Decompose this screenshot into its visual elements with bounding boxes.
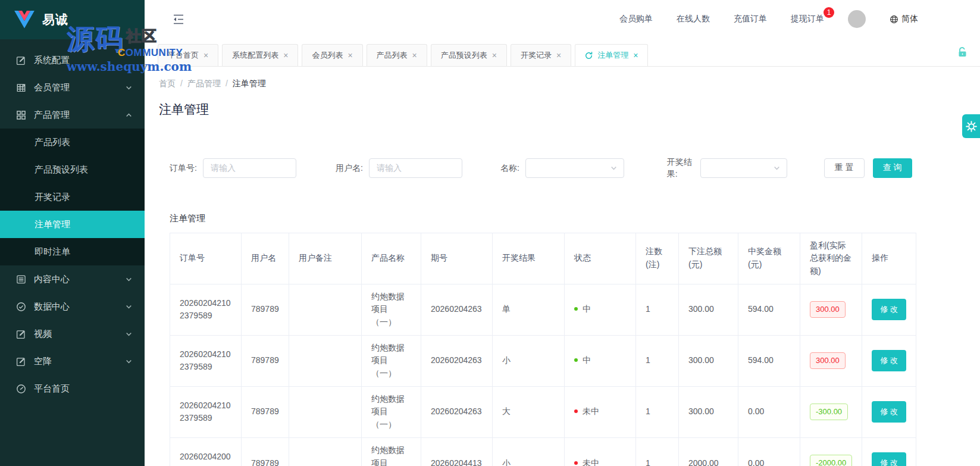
user-avatar[interactable] (848, 10, 866, 28)
table-section-title: 注单管理 (170, 213, 966, 224)
edit-icon (15, 356, 26, 367)
cell-issue: 20260204413 (421, 437, 493, 466)
cell-username: 789789 (242, 386, 289, 437)
cell-win-amount: 0.00 (738, 386, 800, 437)
topbar-link[interactable]: 提现订单1 (791, 14, 824, 24)
topbar-link[interactable]: 会员购单 (619, 14, 653, 24)
status-dot (574, 461, 578, 465)
chevron-down-icon (773, 164, 781, 172)
name-select[interactable] (525, 158, 624, 178)
sidebar-item[interactable]: 内容中心 (0, 265, 145, 293)
cell-remark (289, 437, 362, 466)
column-header: 中奖金额(元) (738, 233, 800, 284)
sidebar-item[interactable]: 空降 (0, 348, 145, 375)
sidebar: 易诚 系统配置会员管理产品管理产品列表产品预设列表开奖记录注单管理即时注单内容中… (0, 0, 145, 466)
username-input[interactable] (369, 158, 462, 178)
chevron-down-icon (125, 303, 133, 311)
sidebar-item[interactable]: 视频 (0, 320, 145, 348)
profit-badge: 300.00 (810, 352, 846, 369)
table-icon (15, 82, 26, 93)
edit-button[interactable]: 修 改 (872, 350, 906, 371)
sidebar-submenu: 产品列表产品预设列表开奖记录注单管理即时注单 (0, 129, 145, 265)
cell-status: 中 (565, 335, 636, 386)
sidebar-subitem[interactable]: 即时注单 (0, 238, 145, 265)
sidebar-subitem[interactable]: 产品预设列表 (0, 156, 145, 183)
cell-profit: -300.00 (800, 386, 862, 437)
column-header: 盈利(实际总获利的金额) (800, 233, 862, 284)
cell-bets: 1 (636, 386, 679, 437)
unlock-icon[interactable] (958, 47, 972, 57)
filter-name: 名称: (500, 158, 624, 178)
edit-button[interactable]: 修 改 (872, 299, 906, 320)
cell-win-amount: 0.00 (738, 437, 800, 466)
tab-item[interactable]: 产品预设列表× (431, 44, 507, 66)
sidebar-item[interactable]: 系统配置 (0, 46, 145, 74)
chevron-down-icon (125, 276, 133, 283)
close-icon[interactable]: × (412, 51, 417, 60)
settings-panel-button[interactable] (962, 114, 980, 138)
cell-bets: 1 (636, 437, 679, 466)
order-no-input[interactable] (203, 158, 296, 178)
cell-win-amount: 594.00 (738, 335, 800, 386)
close-icon[interactable]: × (633, 51, 638, 60)
search-button[interactable]: 查 询 (873, 158, 912, 178)
close-icon[interactable]: × (283, 51, 288, 60)
sidebar-item[interactable]: 平台首页 (0, 375, 145, 402)
sidebar-subitem[interactable]: 产品列表 (0, 129, 145, 156)
language-switcher[interactable]: 简体 (890, 14, 918, 24)
close-icon[interactable]: × (492, 51, 497, 60)
edit-button[interactable]: 修 改 (872, 452, 906, 466)
cell-action: 修 改 (862, 386, 916, 437)
filter-order-no: 订单号: (170, 158, 296, 178)
sidebar-subitem[interactable]: 开奖记录 (0, 183, 145, 211)
tab-item[interactable]: 系统配置列表× (222, 44, 298, 66)
sidebar-item[interactable]: 产品管理 (0, 101, 145, 129)
profit-badge: 300.00 (810, 301, 846, 318)
brand-logo-icon (14, 11, 35, 29)
refresh-icon[interactable] (585, 52, 593, 60)
app-window: 易诚 系统配置会员管理产品管理产品列表产品预设列表开奖记录注单管理即时注单内容中… (0, 0, 980, 466)
close-icon[interactable]: × (203, 51, 208, 60)
reset-button[interactable]: 重 置 (824, 158, 865, 178)
sidebar-menu: 系统配置会员管理产品管理产品列表产品预设列表开奖记录注单管理即时注单内容中心数据… (0, 39, 145, 466)
cell-issue: 20260204263 (421, 335, 493, 386)
sidebar-collapse-icon[interactable] (172, 14, 185, 25)
tab-item[interactable]: 注单管理× (575, 44, 648, 66)
edit-icon (15, 329, 26, 339)
topbar-items: 会员购单在线人数充值订单提现订单1简体 (619, 10, 918, 28)
edit-button[interactable]: 修 改 (872, 401, 906, 423)
cell-bet-total: 300.00 (679, 284, 738, 335)
breadcrumb-item[interactable]: 首页 (159, 79, 176, 88)
filter-username: 用户名: (336, 158, 462, 178)
column-header: 注数(注) (636, 233, 679, 284)
list-icon (15, 274, 26, 284)
sidebar-item[interactable]: 会员管理 (0, 74, 145, 101)
column-header: 操作 (862, 233, 916, 284)
sidebar-item[interactable]: 数据中心 (0, 293, 145, 320)
result-select[interactable] (700, 158, 787, 178)
dashboard-icon (15, 383, 26, 394)
sidebar-subitem[interactable]: 注单管理 (0, 211, 145, 238)
sidebar-item-label: 平台首页 (34, 383, 70, 395)
status-dot (574, 358, 578, 362)
cell-bet-total: 2000.00 (679, 437, 738, 466)
close-icon[interactable]: × (556, 51, 561, 60)
cell-action: 修 改 (862, 437, 916, 466)
breadcrumb-item[interactable]: 产品管理 (187, 79, 221, 88)
close-icon[interactable]: × (347, 51, 352, 60)
tab-item[interactable]: 平台首页× (158, 44, 218, 66)
cell-result: 小 (493, 437, 565, 466)
column-header: 订单号 (170, 233, 242, 284)
tabs: 平台首页×系统配置列表×会员列表×产品列表×产品预设列表×开奖记录×注单管理× (158, 44, 648, 66)
content-area: 首页/产品管理/注单管理 注单管理 订单号: 用户名: 名称: (145, 67, 980, 466)
cell-bets: 1 (636, 335, 679, 386)
topbar-link[interactable]: 在线人数 (677, 14, 710, 24)
cell-remark (289, 335, 362, 386)
cell-bet-total: 300.00 (679, 386, 738, 437)
tab-item[interactable]: 会员列表× (302, 44, 362, 66)
tab-item[interactable]: 产品列表× (367, 44, 427, 66)
chevron-down-icon (610, 164, 618, 172)
topbar-link[interactable]: 充值订单 (734, 14, 767, 24)
tab-item[interactable]: 开奖记录× (511, 44, 571, 66)
cell-profit: 300.00 (800, 335, 862, 386)
